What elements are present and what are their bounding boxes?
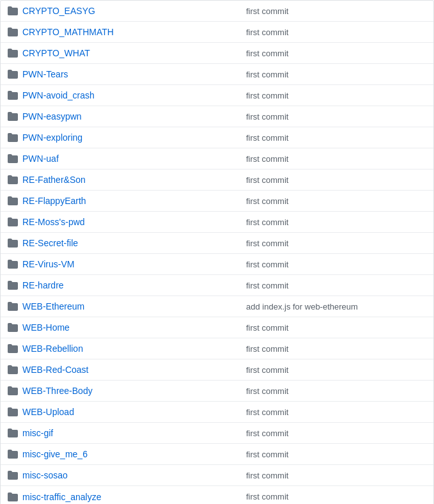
file-name[interactable]: RE-hardre	[22, 280, 240, 290]
file-name[interactable]: misc-traffic_analyze	[22, 492, 240, 502]
folder-icon	[7, 48, 19, 58]
commit-message: first commit	[240, 49, 427, 58]
commit-message: first commit	[240, 344, 427, 354]
table-row: misc-giffirst commit	[1, 423, 433, 444]
table-row: PWN-easypwnfirst commit	[1, 106, 433, 127]
table-row: WEB-Red-Coastfirst commit	[1, 359, 433, 381]
folder-icon	[7, 132, 19, 143]
commit-message: first commit	[240, 217, 427, 227]
folder-icon	[7, 449, 19, 459]
table-row: PWN-Tearsfirst commit	[1, 64, 433, 85]
folder-icon	[7, 69, 19, 79]
folder-icon	[7, 217, 19, 227]
commit-message: first commit	[240, 260, 427, 269]
file-name[interactable]: WEB-Home	[22, 322, 240, 333]
table-row: WEB-Uploadfirst commit	[1, 402, 433, 423]
file-name[interactable]: RE-Secret-file	[22, 238, 240, 248]
folder-icon	[7, 301, 19, 311]
file-name[interactable]: PWN-exploring	[22, 132, 240, 143]
commit-message: first commit	[240, 239, 427, 248]
file-name[interactable]: CRYPTO_WHAT	[22, 48, 240, 58]
table-row: CRYPTO_WHATfirst commit	[1, 43, 433, 64]
folder-icon	[7, 407, 19, 417]
folder-icon	[7, 492, 19, 502]
folder-icon	[7, 154, 19, 164]
file-list: CRYPTO_EASYGfirst commit CRYPTO_MATHMATH…	[0, 0, 434, 504]
file-name[interactable]: RE-Moss's-pwd	[22, 217, 240, 227]
commit-message: first commit	[240, 6, 427, 16]
table-row: PWN-exploringfirst commit	[1, 127, 433, 148]
table-row: RE-hardrefirst commit	[1, 275, 433, 296]
table-row: RE-Secret-filefirst commit	[1, 233, 433, 254]
folder-icon	[7, 6, 19, 16]
file-name[interactable]: PWN-easypwn	[22, 111, 240, 122]
commit-message: first commit	[240, 492, 427, 501]
file-name[interactable]: misc-gif	[22, 428, 240, 438]
folder-icon	[7, 111, 19, 122]
folder-icon	[7, 280, 19, 290]
folder-icon	[7, 259, 19, 269]
commit-message: first commit	[240, 450, 427, 459]
folder-icon	[7, 238, 19, 248]
table-row: CRYPTO_EASYGfirst commit	[1, 1, 433, 22]
folder-icon	[7, 428, 19, 438]
file-name[interactable]: PWN-avoid_crash	[22, 90, 240, 100]
folder-icon	[7, 27, 19, 37]
table-row: CRYPTO_MATHMATHfirst commit	[1, 22, 433, 43]
table-row: WEB-Ethereumadd index.js for web-ethereu…	[1, 296, 433, 317]
file-name[interactable]: PWN-Tears	[22, 69, 240, 79]
table-row: PWN-uaffirst commit	[1, 148, 433, 169]
file-name[interactable]: RE-Father&Son	[22, 175, 240, 185]
commit-message: first commit	[240, 28, 427, 37]
folder-icon	[7, 322, 19, 333]
table-row: RE-Virus-VMfirst commit	[1, 254, 433, 275]
commit-message: first commit	[240, 429, 427, 438]
commit-message: first commit	[240, 196, 427, 206]
table-row: WEB-Homefirst commit	[1, 317, 433, 338]
commit-message: first commit	[240, 281, 427, 290]
commit-message: first commit	[240, 365, 427, 375]
table-row: misc-give_me_6first commit	[1, 444, 433, 465]
table-row: misc-sosaofirst commit	[1, 465, 433, 486]
file-name[interactable]: misc-sosao	[22, 470, 240, 480]
table-row: WEB-Rebellionfirst commit	[1, 338, 433, 359]
file-name[interactable]: misc-give_me_6	[22, 449, 240, 459]
commit-message: first commit	[240, 175, 427, 185]
folder-icon	[7, 470, 19, 480]
table-row: RE-FlappyEarthfirst commit	[1, 191, 433, 212]
table-row: PWN-avoid_crashfirst commit	[1, 85, 433, 106]
commit-message: first commit	[240, 407, 427, 417]
file-name[interactable]: WEB-Red-Coast	[22, 365, 240, 375]
folder-icon	[7, 175, 19, 185]
table-row: RE-Father&Sonfirst commit	[1, 169, 433, 191]
commit-message: first commit	[240, 386, 427, 396]
file-name[interactable]: WEB-Ethereum	[22, 301, 240, 311]
table-row: misc-traffic_analyzefirst commit	[1, 486, 433, 504]
folder-icon	[7, 386, 19, 396]
commit-message: first commit	[240, 323, 427, 333]
file-name[interactable]: CRYPTO_MATHMATH	[22, 27, 240, 37]
file-name[interactable]: CRYPTO_EASYG	[22, 6, 240, 16]
commit-message: first commit	[240, 91, 427, 100]
commit-message: add index.js for web-ethereum	[240, 302, 427, 311]
commit-message: first commit	[240, 133, 427, 143]
folder-icon	[7, 343, 19, 354]
commit-message: first commit	[240, 70, 427, 79]
file-name[interactable]: PWN-uaf	[22, 154, 240, 164]
file-name[interactable]: RE-Virus-VM	[22, 259, 240, 269]
commit-message: first commit	[240, 154, 427, 164]
file-name[interactable]: WEB-Rebellion	[22, 343, 240, 354]
table-row: WEB-Three-Bodyfirst commit	[1, 381, 433, 402]
folder-icon	[7, 365, 19, 375]
table-row: RE-Moss's-pwdfirst commit	[1, 212, 433, 233]
commit-message: first commit	[240, 112, 427, 122]
file-name[interactable]: WEB-Three-Body	[22, 386, 240, 396]
folder-icon	[7, 90, 19, 100]
file-name[interactable]: WEB-Upload	[22, 407, 240, 417]
commit-message: first commit	[240, 471, 427, 480]
file-name[interactable]: RE-FlappyEarth	[22, 196, 240, 206]
folder-icon	[7, 196, 19, 206]
